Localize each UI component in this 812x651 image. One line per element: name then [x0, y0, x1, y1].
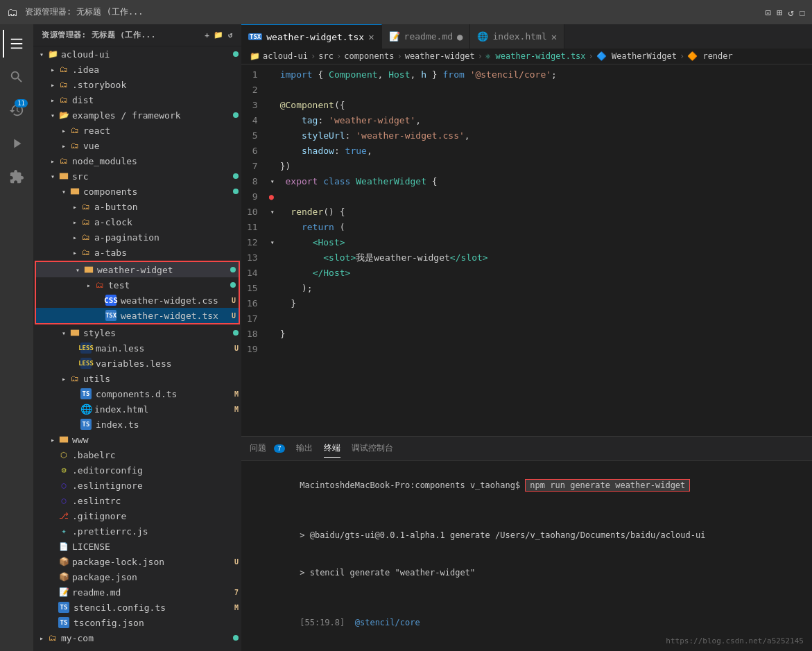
tab-index-html[interactable]: 🌐 index.html ✕ — [470, 24, 564, 49]
tree-item-index-html[interactable]: ▸ 🌐 index.html M — [33, 401, 241, 417]
file-icon-weather-css: CSS — [105, 295, 116, 306]
activity-extensions[interactable] — [3, 163, 31, 191]
tree-arrow-acloud-ui: ▾ — [36, 49, 47, 60]
tree-item-a-clock[interactable]: ▸ 🗂 a-clock — [33, 214, 241, 229]
spacer-prettierrc: ▸ — [47, 526, 58, 537]
spacer-babelrc: ▸ — [47, 449, 58, 460]
tree-item-a-tabs[interactable]: ▸ 🗂 a-tabs — [33, 245, 241, 260]
tree-item-package-lock[interactable]: ▸ 📦 package-lock.json U — [33, 554, 241, 569]
terminal-tab-problems[interactable]: 问题 7 — [250, 440, 285, 458]
terminal-tab-debug[interactable]: 调试控制台 — [352, 440, 393, 458]
tree-item-tsconfig[interactable]: ▸ TS tsconfig.json — [33, 615, 241, 630]
code-line-3: @Component({ — [269, 98, 812, 113]
tab-close-readme[interactable]: ● — [457, 31, 463, 42]
breadcrumb-weather-widget[interactable]: weather-widget — [405, 51, 475, 61]
activity-run[interactable] — [3, 130, 31, 157]
tab-close-weather-tsx[interactable]: ✕ — [368, 31, 374, 42]
sidebar-title: 资源管理器: 无标题 (工作... — [42, 30, 156, 40]
tree-label-readme: readme.md — [72, 587, 232, 598]
sidebar-new-file-icon[interactable]: + — [205, 31, 209, 40]
breadcrumb-acloud-ui[interactable]: acloud-ui — [263, 51, 308, 61]
tree-item-idea[interactable]: ▸ 🗂 .idea — [33, 62, 241, 77]
tree-item-weather-tsx[interactable]: ▸ TSX weather-widget.tsx U — [36, 308, 239, 323]
tree-item-utils[interactable]: ▸ 🗂 utils — [33, 371, 241, 386]
sidebar-new-folder-icon[interactable]: 📁 — [214, 31, 224, 40]
debug-label: 调试控制台 — [352, 443, 393, 453]
terminal-tab-output[interactable]: 输出 — [296, 440, 313, 458]
file-icon-stencil-config: TS — [58, 602, 69, 613]
tree-item-license[interactable]: ▸ 📄 LICENSE — [33, 539, 241, 554]
terminal-tab-terminal[interactable]: 终端 — [324, 440, 340, 458]
code-line-9: ● — [269, 189, 812, 205]
source-control-badge: 11 — [15, 99, 28, 107]
tree-label-a-pagination: a-pagination — [94, 232, 239, 243]
tree-item-babelrc[interactable]: ▸ ⬡ .babelrc — [33, 447, 241, 462]
tree-item-variables-less[interactable]: ▸ LESS variables.less — [33, 356, 241, 371]
tree-item-vue[interactable]: ▸ 🗂 vue — [33, 138, 241, 153]
tree-item-eslintrc[interactable]: ▸ ○ .eslintrc — [33, 493, 241, 508]
code-line-19 — [269, 342, 812, 357]
terminal-line-6: [55:19.8] @stencil/core — [250, 604, 804, 641]
tb-icon-2[interactable]: ⊞ — [777, 7, 782, 18]
activity-search[interactable] — [3, 63, 31, 91]
tree-label-a-clock: a-clock — [94, 217, 239, 227]
tree-item-prettierrc[interactable]: ▸ ✦ .prettierrc.js — [33, 523, 241, 539]
tab-close-index-html[interactable]: ✕ — [551, 31, 557, 42]
activity-source-control[interactable]: 11 — [3, 96, 31, 124]
terminal-line-5 — [250, 591, 804, 604]
tree-item-gitignore[interactable]: ▸ ⎇ .gitignore — [33, 508, 241, 523]
tab-readme[interactable]: 📝 readme.md ● — [382, 24, 471, 49]
tree-item-stencil-config[interactable]: ▸ TS stencil.config.ts M — [33, 600, 241, 615]
breadcrumb-method[interactable]: 🔶 render — [687, 51, 733, 61]
code-line-8: ▾ export class WeatherWidget { — [269, 174, 812, 189]
breadcrumb-src[interactable]: src — [318, 51, 334, 61]
breadcrumb-class[interactable]: 🔷 WeatherWidget — [596, 51, 677, 61]
tree-item-index-ts[interactable]: ▸ TS index.ts — [33, 417, 241, 432]
tree-item-readme[interactable]: ▸ 📝 readme.md 7 — [33, 584, 241, 600]
sidebar-refresh-icon[interactable]: ↺ — [228, 31, 233, 40]
breadcrumb-tsx[interactable]: ⚛ weather-widget.tsx — [485, 51, 586, 61]
tree-item-components[interactable]: ▾ components — [33, 184, 241, 199]
tree-item-eslintignore[interactable]: ▸ ○ .eslintignore — [33, 478, 241, 493]
tree-item-weather-css[interactable]: ▸ CSS weather-widget.css U — [36, 293, 239, 308]
terminal-content[interactable]: MacintoshdeMacBook-Pro:components v_taoh… — [241, 461, 812, 651]
tree-item-test[interactable]: ▸ 🗂 test — [36, 277, 239, 293]
folder-icon-vue: 🗂 — [69, 140, 80, 151]
tree-arrow-node-modules: ▸ — [47, 155, 58, 166]
tree-item-a-button[interactable]: ▸ 🗂 a-button — [33, 199, 241, 214]
tree-item-weather-widget[interactable]: ▾ weather-widget — [36, 262, 239, 277]
tree-item-storybook[interactable]: ▸ 🗂 .storybook — [33, 77, 241, 92]
tree-label-my-com: my-com — [61, 633, 230, 643]
tree-item-examples[interactable]: ▾ 📂 examples / framework — [33, 107, 241, 123]
tree-item-my-com[interactable]: ▸ 🗂 my-com — [33, 630, 241, 645]
tree-item-node-modules[interactable]: ▸ 🗂 node_modules — [33, 153, 241, 168]
spacer-stencil-config: ▸ — [47, 602, 58, 613]
tree-label-src: src — [72, 171, 230, 182]
breadcrumb-components[interactable]: components — [344, 51, 394, 61]
code-content[interactable]: import { Component, Host, h } from '@ste… — [269, 64, 812, 436]
tree-item-src[interactable]: ▾ src — [33, 168, 241, 184]
tree-item-main-less[interactable]: ▸ LESS main.less U — [33, 340, 241, 356]
tb-icon-4[interactable]: ☐ — [800, 7, 805, 18]
tree-item-styles[interactable]: ▾ styles — [33, 325, 241, 340]
spacer-package-lock: ▸ — [47, 556, 58, 567]
tree-item-editorconfig[interactable]: ▸ ⚙ .editorconfig — [33, 462, 241, 478]
tree-item-www[interactable]: ▸ www — [33, 432, 241, 447]
dot-test — [230, 282, 236, 288]
tb-icon-1[interactable]: ⊡ — [765, 7, 770, 18]
folder-icon-weather-widget — [83, 264, 94, 275]
sidebar-header: 资源管理器: 无标题 (工作... + 📁 ↺ — [33, 24, 241, 46]
tab-label-readme: readme.md — [404, 31, 453, 42]
folder-icon-styles — [69, 327, 80, 338]
tree-item-dist[interactable]: ▸ 🗂 dist — [33, 92, 241, 107]
spacer-eslintrc: ▸ — [47, 495, 58, 506]
tree-item-acloud-ui[interactable]: ▾ 📁 acloud-ui — [33, 46, 241, 62]
tb-icon-3[interactable]: ↺ — [788, 7, 793, 18]
tree-label-idea: .idea — [72, 64, 239, 75]
tree-item-a-pagination[interactable]: ▸ 🗂 a-pagination — [33, 229, 241, 245]
activity-explorer[interactable] — [3, 30, 31, 58]
tab-weather-tsx[interactable]: TSX weather-widget.tsx ✕ — [241, 24, 382, 49]
tree-item-package-json[interactable]: ▸ 📦 package.json — [33, 569, 241, 584]
tree-item-react[interactable]: ▸ 🗂 react — [33, 123, 241, 138]
tree-item-components-dts[interactable]: ▸ TS components.d.ts M — [33, 386, 241, 401]
